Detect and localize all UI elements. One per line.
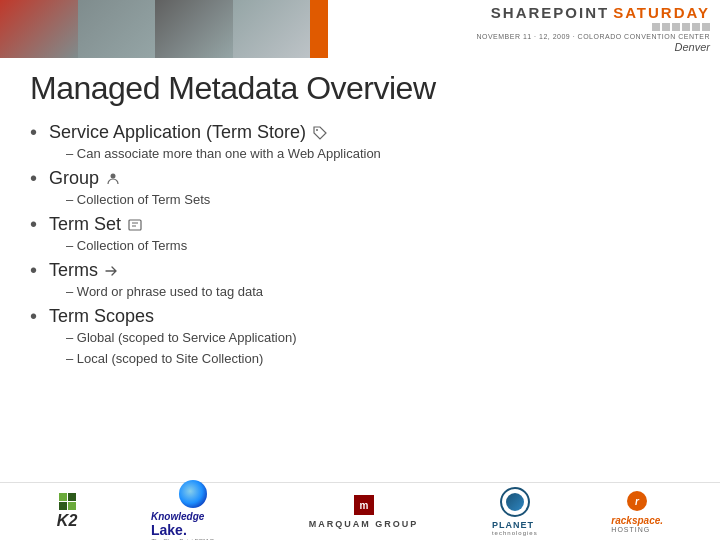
saturday-label: SATURDAY: [613, 4, 710, 21]
grid-cell-6: [702, 23, 710, 31]
list-item: • Term Scopes Global (scoped to Service …: [30, 305, 690, 366]
sp-title: SHAREPOINT SATURDAY: [491, 4, 710, 21]
bullet-main-3: • Term Set: [30, 213, 690, 236]
city-label: Denver: [675, 41, 710, 53]
k2-cell-3: [59, 502, 67, 510]
grid-cell-5: [692, 23, 700, 31]
header: SHAREPOINT SATURDAY NOVEMBER 11 · 12, 20…: [0, 0, 720, 58]
terms-icon-4: [104, 263, 120, 279]
k2-grid: [59, 493, 76, 510]
rackspace-logo: r rackspace. HOSTING: [611, 490, 663, 533]
footer: K2 Knowledge Lake. The SharePoint ECM Co…: [0, 482, 720, 540]
bullet-text-3: Term Set: [49, 214, 121, 235]
bullet-dot-3: •: [30, 213, 37, 236]
rack-text-block: rackspace. HOSTING: [611, 515, 663, 533]
mq-icon: m: [354, 495, 374, 515]
kl-knowledge-text: Knowledge: [151, 511, 235, 522]
planet-logo: PLANET technologies: [492, 487, 538, 536]
marquam-logo: m Marquam Group: [309, 495, 419, 529]
svg-point-1: [111, 173, 116, 178]
bullet-main-4: • Terms: [30, 259, 690, 282]
slide-title: Managed Metadata Overview: [30, 70, 690, 107]
bullet-main-5: • Term Scopes: [30, 305, 690, 328]
bullet-text-2: Group: [49, 168, 99, 189]
list-item: • Group Collection of Term Sets: [30, 167, 690, 207]
rackspace-icon-svg: r: [626, 490, 648, 512]
list-item: • Term Set Collection of Terms: [30, 213, 690, 253]
group-icon-2: [105, 171, 121, 187]
bullet-sub-1: Can associate more than one with a Web A…: [66, 146, 690, 161]
bullet-text-4: Terms: [49, 260, 98, 281]
rack-text: rackspace.: [611, 515, 663, 526]
bullet-sub-4: Word or phrase used to tag data: [66, 284, 690, 299]
orange-accent-bar: [310, 0, 328, 58]
bullet-sub-5b: Local (scoped to Site Collection): [66, 351, 690, 366]
bullet-main-1: • Service Application (Term Store): [30, 121, 690, 144]
tag-icon-1: [312, 125, 328, 141]
grid-cell-4: [682, 23, 690, 31]
knowledgelake-logo: Knowledge Lake. The SharePoint ECM Compa…: [151, 480, 235, 541]
k2-cell-2: [68, 493, 76, 501]
header-img-2: [78, 0, 156, 58]
bullet-dot-1: •: [30, 121, 37, 144]
header-images: [0, 0, 310, 58]
bullet-text-1: Service Application (Term Store): [49, 122, 306, 143]
planet-sub: technologies: [492, 530, 538, 536]
list-item: • Terms Word or phrase used to tag data: [30, 259, 690, 299]
k2-text: K2: [57, 512, 77, 530]
header-img-1: [0, 0, 78, 58]
bullet-dot-4: •: [30, 259, 37, 282]
header-img-3: [155, 0, 233, 58]
bullet-sub-5a: Global (scoped to Service Application): [66, 330, 690, 345]
svg-text:m: m: [359, 500, 368, 511]
planet-inner: [506, 493, 524, 511]
grid-cell-2: [662, 23, 670, 31]
grid-cell-3: [672, 23, 680, 31]
list-item: • Service Application (Term Store) Can a…: [30, 121, 690, 161]
planet-text: PLANET: [492, 520, 538, 530]
sharepoint-label: SHAREPOINT: [491, 4, 609, 21]
mq-icon-svg: m: [357, 498, 371, 512]
k2-cell-4: [68, 502, 76, 510]
bullet-main-2: • Group: [30, 167, 690, 190]
kl-text-block: Knowledge Lake. The SharePoint ECM Compa…: [151, 511, 235, 541]
termset-icon-3: [127, 217, 143, 233]
mq-text: Marquam Group: [309, 519, 419, 529]
kl-circle: [179, 480, 207, 508]
k2-logo: K2: [57, 493, 77, 530]
logo-area: SHAREPOINT SATURDAY NOVEMBER 11 · 12, 20…: [440, 0, 720, 58]
planet-circle: [500, 487, 530, 517]
svg-rect-2: [129, 220, 141, 230]
bullet-sub-3: Collection of Terms: [66, 238, 690, 253]
svg-point-0: [316, 129, 318, 131]
bullet-dot-2: •: [30, 167, 37, 190]
main-content: Managed Metadata Overview • Service Appl…: [0, 62, 720, 480]
kl-lake-text: Lake.: [151, 522, 235, 538]
grid-cell-1: [652, 23, 660, 31]
sp-grid: [652, 23, 710, 31]
rack-icon: r: [626, 490, 648, 512]
bullet-list: • Service Application (Term Store) Can a…: [30, 121, 690, 366]
event-subtitle: NOVEMBER 11 · 12, 2009 · COLORADO CONVEN…: [476, 33, 710, 40]
planet-text-block: PLANET technologies: [492, 520, 538, 536]
rack-sub: HOSTING: [611, 526, 663, 533]
k2-cell-1: [59, 493, 67, 501]
bullet-sub-2: Collection of Term Sets: [66, 192, 690, 207]
bullet-text-5: Term Scopes: [49, 306, 154, 327]
header-img-4: [233, 0, 311, 58]
bullet-dot-5: •: [30, 305, 37, 328]
